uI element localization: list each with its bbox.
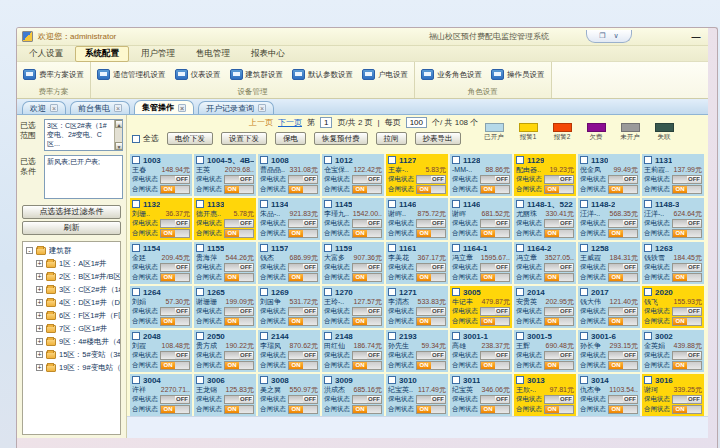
room-card[interactable]: 1148-1、522尤丽珠330.41元保电状态OFF合闸状态ON [514,198,576,240]
room-card[interactable]: 1145李瑾九..1542.00..保电状态OFF合闸状态ON [322,198,384,240]
switch-on-button[interactable]: ON [225,318,239,325]
supply-off-button[interactable]: OFF [175,220,189,227]
supply-status-toggle[interactable]: OFF [416,395,446,404]
switch-off-segment[interactable] [431,230,445,237]
supply-on-segment[interactable] [481,396,495,403]
room-card[interactable]: 3006王龙锦125.83元保电状态OFF合闸状态ON [194,374,256,416]
supply-off-button[interactable]: OFF [303,264,317,271]
close-icon[interactable]: × [50,104,58,112]
ribbon-button-户电设置[interactable]: 户电设置 [362,69,408,80]
room-card[interactable]: 1146谢晖681.52元保电状态OFF合闸状态ON [450,198,512,240]
switch-status-toggle[interactable]: ON [288,273,318,282]
supply-status-toggle[interactable]: OFF [288,351,318,360]
room-checkbox[interactable] [132,156,140,164]
switch-status-toggle[interactable]: ON [672,229,702,238]
supply-on-segment[interactable] [225,264,239,271]
switch-status-toggle[interactable]: ON [480,361,510,370]
tree-node[interactable]: +7区：G区1#井 [36,322,120,335]
range-scrollbar[interactable]: ▲▼ [114,120,122,150]
room-checkbox[interactable] [196,156,204,164]
room-card[interactable]: 1258王威霞184.31元保电状态OFF合闸状态ON [578,242,640,284]
select-all[interactable]: 全选 [132,133,159,144]
switch-off-segment[interactable] [559,274,573,281]
tab-前台售电[interactable]: 前台售电× [70,101,130,114]
room-checkbox[interactable] [388,332,396,340]
room-card[interactable]: 2050贵方成190.22元保电状态OFF合闸状态ON [194,330,256,372]
supply-status-toggle[interactable]: OFF [416,351,446,360]
menu-item-报表中心[interactable]: 报表中心 [242,47,294,61]
supply-off-button[interactable]: OFF [495,220,509,227]
supply-on-segment[interactable] [289,352,303,359]
supply-status-toggle[interactable]: OFF [160,307,190,316]
supply-off-button[interactable]: OFF [303,308,317,315]
switch-off-segment[interactable] [367,318,381,325]
supply-status-toggle[interactable]: OFF [352,307,382,316]
supply-on-segment[interactable] [673,264,687,271]
supply-status-toggle[interactable]: OFF [544,307,574,316]
room-checkbox[interactable] [388,244,396,252]
supply-off-button[interactable]: OFF [623,396,637,403]
switch-status-toggle[interactable]: ON [160,229,190,238]
supply-status-toggle[interactable]: OFF [288,263,318,272]
room-checkbox[interactable] [260,244,268,252]
supply-off-button[interactable]: OFF [687,220,701,227]
supply-status-toggle[interactable]: OFF [608,219,638,228]
expand-icon[interactable]: + [36,260,43,267]
supply-on-segment[interactable] [673,352,687,359]
supply-status-toggle[interactable]: OFF [416,219,446,228]
supply-on-segment[interactable] [225,396,239,403]
supply-status-toggle[interactable]: OFF [224,263,254,272]
switch-status-toggle[interactable]: ON [288,229,318,238]
supply-on-segment[interactable] [161,352,175,359]
room-card[interactable]: 1269刘国争531.72元保电状态OFF合闸状态ON [258,286,320,328]
minimize-button[interactable]: — [689,32,703,42]
menu-item-售电管理[interactable]: 售电管理 [187,47,239,61]
supply-on-segment[interactable] [161,396,175,403]
room-card[interactable]: 1130倪金凤99.49元保电状态OFF合闸状态ON [578,154,640,196]
switch-status-toggle[interactable]: ON [416,405,446,414]
switch-status-toggle[interactable]: ON [160,405,190,414]
room-card[interactable]: 1148-3汪洋-..624.64元保电状态OFF合闸状态ON [642,198,704,240]
switch-on-button[interactable]: ON [353,318,367,325]
supply-status-toggle[interactable]: OFF [224,351,254,360]
supply-on-segment[interactable] [353,352,367,359]
supply-off-button[interactable]: OFF [623,176,637,183]
supply-off-button[interactable]: OFF [559,264,573,271]
supply-on-segment[interactable] [225,220,239,227]
supply-off-button[interactable]: OFF [239,264,253,271]
supply-off-button[interactable]: OFF [175,264,189,271]
supply-status-toggle[interactable]: OFF [352,175,382,184]
switch-off-segment[interactable] [495,274,509,281]
room-checkbox[interactable] [324,332,332,340]
close-icon[interactable]: × [114,104,122,112]
room-card[interactable]: 3008吴之翼550.97元保电状态OFF合闸状态ON [258,374,320,416]
supply-on-segment[interactable] [353,220,367,227]
supply-on-segment[interactable] [417,220,431,227]
switch-off-segment[interactable] [303,406,317,413]
supply-on-segment[interactable] [417,264,431,271]
supply-status-toggle[interactable]: OFF [544,175,574,184]
expand-icon[interactable]: + [36,338,43,345]
supply-off-button[interactable]: OFF [687,264,701,271]
supply-on-segment[interactable] [353,264,367,271]
tree-root[interactable]: -建筑群 [26,244,120,257]
menu-item-个人设置[interactable]: 个人设置 [20,47,72,61]
ribbon-button-建筑群设置[interactable]: 建筑群设置 [230,69,284,80]
supply-off-button[interactable]: OFF [367,396,381,403]
switch-on-button[interactable]: ON [161,274,175,281]
switch-off-segment[interactable] [495,406,509,413]
supply-off-button[interactable]: OFF [687,396,701,403]
supply-off-button[interactable]: OFF [303,352,317,359]
room-checkbox[interactable] [516,288,524,296]
supply-status-toggle[interactable]: OFF [224,219,254,228]
switch-on-button[interactable]: ON [673,406,687,413]
chevron-down-icon[interactable]: ∨ [614,32,619,40]
switch-on-button[interactable]: ON [289,406,303,413]
switch-on-button[interactable]: ON [545,186,559,193]
supply-off-button[interactable]: OFF [367,220,381,227]
room-checkbox[interactable] [580,156,588,164]
supply-status-toggle[interactable]: OFF [672,175,702,184]
switch-off-segment[interactable] [239,274,253,281]
switch-off-segment[interactable] [623,362,637,369]
switch-on-button[interactable]: ON [673,186,687,193]
